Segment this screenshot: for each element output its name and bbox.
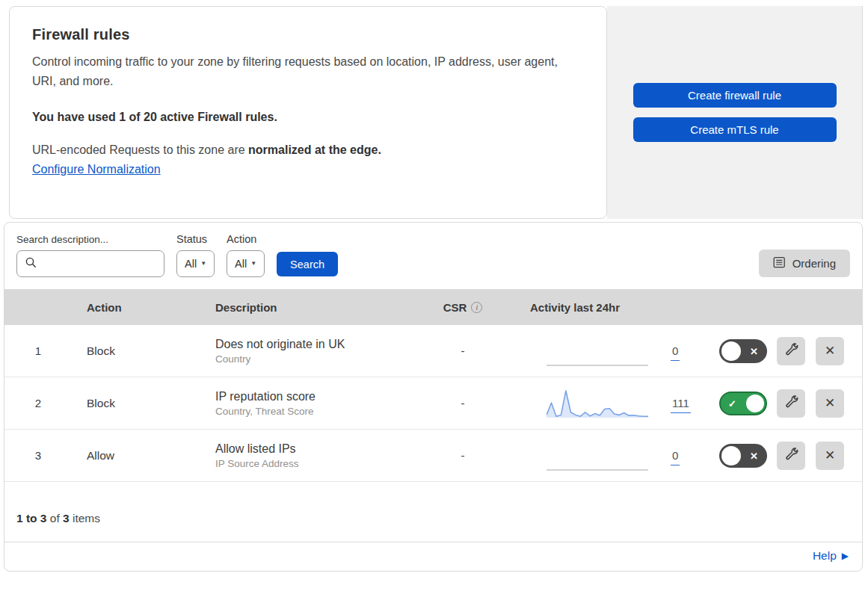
edit-rule-button[interactable] (777, 389, 805, 418)
status-value: All (185, 258, 197, 270)
activity-count-link[interactable]: 111 (671, 397, 691, 413)
firewall-rules-page: Firewall rules Control incoming traffic … (0, 6, 868, 591)
normalization-bold: normalized at the edge. (248, 143, 381, 156)
rule-criteria: Country (215, 353, 403, 365)
toggle-cell: ✓ ✕ (710, 339, 777, 363)
activity-count-link[interactable]: 0 (671, 344, 680, 361)
cta-panel: Create firewall rule Create mTLS rule (607, 6, 863, 219)
close-icon: ✕ (825, 397, 835, 409)
rule-criteria: Country, Threat Score (215, 406, 403, 417)
of-text: of (50, 512, 60, 525)
toggle-knob (746, 394, 764, 412)
range-text: 1 to 3 (16, 512, 46, 525)
list-icon (773, 256, 786, 271)
wrench-icon (784, 448, 798, 464)
search-button[interactable]: Search (277, 252, 338, 276)
action-filter: Action All ▼ (227, 233, 265, 277)
rules-card: Search description... Status All ▼ Actio… (4, 222, 863, 572)
delete-rule-button[interactable]: ✕ (816, 337, 844, 365)
rule-csr: - (403, 397, 485, 409)
activity-sparkline (547, 335, 651, 367)
rule-priority: 1 (4, 344, 72, 357)
close-icon: ✕ (825, 449, 835, 462)
status-dropdown[interactable]: All ▼ (176, 250, 215, 277)
rule-description: Does not originate in UK (215, 338, 403, 351)
help-link[interactable]: Help ▶ (813, 549, 849, 563)
csr-column-header: CSR i (403, 301, 485, 314)
total-count: 3 (63, 512, 70, 525)
activity-count-cell: 0 (657, 449, 710, 462)
action-dropdown[interactable]: All ▼ (227, 250, 265, 277)
action-value: All (235, 258, 247, 270)
ordering-button[interactable]: Ordering (759, 250, 850, 277)
close-icon: ✕ (825, 344, 835, 357)
rule-action: Allow (72, 449, 199, 462)
rule-priority: 2 (4, 397, 72, 409)
rule-description-cell: Does not originate in UK Country (199, 338, 403, 365)
create-mtls-rule-button[interactable]: Create mTLS rule (633, 117, 837, 142)
normalization-note: URL-encoded Requests to this zone are no… (32, 143, 584, 157)
status-filter: Status All ▼ (176, 233, 215, 277)
edit-rule-button[interactable] (777, 337, 805, 365)
activity-cell (485, 335, 657, 367)
create-firewall-rule-button[interactable]: Create firewall rule (633, 83, 837, 108)
arrow-right-icon: ▶ (842, 551, 849, 561)
rule-description-cell: IP reputation score Country, Threat Scor… (199, 390, 403, 417)
activity-sparkline (547, 440, 651, 471)
intro-card: Firewall rules Control incoming traffic … (9, 6, 607, 219)
toggle-cell: ✓ ✕ (710, 392, 777, 415)
help-label: Help (813, 549, 837, 563)
filter-bar: Search description... Status All ▼ Actio… (4, 223, 862, 289)
rule-csr: - (403, 449, 485, 462)
edit-cell (777, 442, 816, 470)
rule-criteria: IP Source Address (215, 458, 403, 469)
action-label: Action (227, 233, 265, 245)
rule-description: Allow listed IPs (215, 442, 403, 456)
table-header: Action Description CSR i Activity last 2… (4, 289, 862, 325)
action-column-header: Action (72, 301, 199, 314)
rule-priority: 3 (4, 449, 72, 462)
delete-cell: ✕ (816, 389, 862, 418)
check-icon: ✓ (728, 397, 736, 409)
chevron-down-icon: ▼ (250, 261, 256, 267)
edit-rule-button[interactable] (777, 442, 805, 470)
info-icon[interactable]: i (471, 302, 482, 313)
activity-count-cell: 0 (657, 344, 710, 358)
activity-column-header: Activity last 24hr (485, 301, 657, 314)
activity-cell (485, 440, 657, 471)
usage-summary: You have used 1 of 20 active Firewall ru… (32, 111, 584, 124)
x-icon: ✕ (750, 345, 758, 356)
search-box[interactable] (16, 250, 164, 277)
activity-count-cell: 111 (657, 397, 710, 410)
search-icon (25, 256, 37, 271)
delete-cell: ✕ (816, 337, 862, 365)
rule-description-cell: Allow listed IPs IP Source Address (199, 442, 403, 469)
activity-count-link[interactable]: 0 (671, 449, 680, 465)
search-input[interactable] (41, 251, 176, 276)
table-row: 1 Block Does not originate in UK Country… (4, 325, 862, 377)
page-description: Control incoming traffic to your zone by… (32, 52, 570, 91)
delete-rule-button[interactable]: ✕ (816, 442, 844, 470)
enable-toggle[interactable]: ✓ ✕ (719, 339, 767, 363)
pagination-summary: 1 to 3 of 3 items (4, 482, 862, 542)
search-label: Search description... (16, 234, 164, 245)
edit-cell (777, 337, 816, 365)
table-row: 2 Block IP reputation score Country, Thr… (4, 377, 862, 430)
delete-cell: ✕ (816, 442, 862, 470)
edit-cell (777, 389, 816, 418)
rule-action: Block (72, 397, 199, 410)
top-section: Firewall rules Control incoming traffic … (9, 6, 863, 219)
wrench-icon (784, 395, 798, 412)
description-column-header: Description (199, 301, 403, 314)
help-bar: Help ▶ (4, 542, 862, 571)
enable-toggle[interactable]: ✓ ✕ (719, 444, 767, 468)
configure-normalization-link[interactable]: Configure Normalization (32, 163, 161, 176)
csr-label: CSR (443, 301, 467, 314)
x-icon: ✕ (750, 450, 758, 461)
page-title: Firewall rules (32, 26, 584, 43)
delete-rule-button[interactable]: ✕ (816, 389, 844, 418)
rule-description: IP reputation score (215, 390, 403, 403)
search-field: Search description... (16, 234, 164, 277)
enable-toggle[interactable]: ✓ ✕ (719, 392, 767, 415)
toggle-cell: ✓ ✕ (710, 444, 777, 468)
